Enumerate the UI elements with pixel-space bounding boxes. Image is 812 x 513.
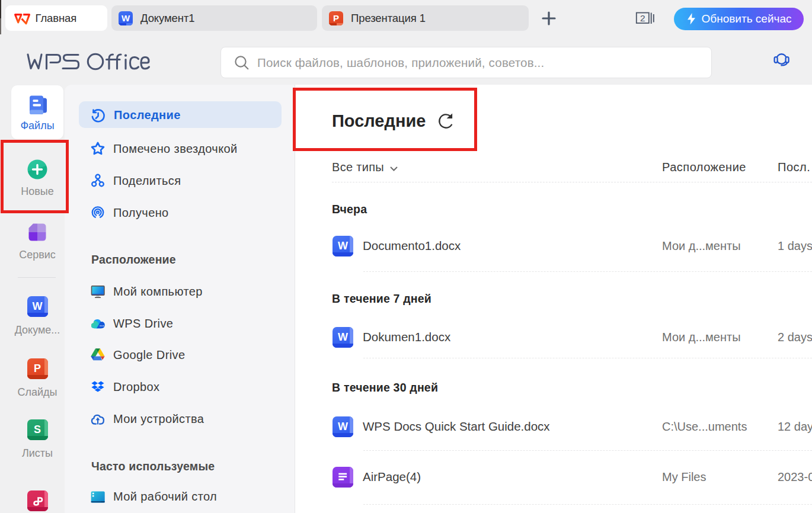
svg-text:2: 2 — [640, 13, 645, 23]
